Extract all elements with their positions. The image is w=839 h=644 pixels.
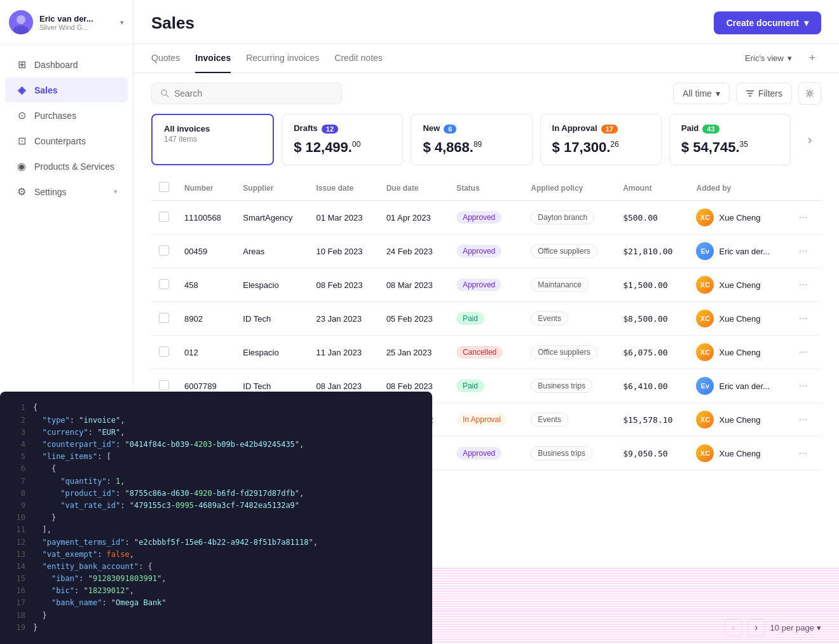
table-row: 458 Elespacio 08 Feb 2023 08 Mar 2023 Ap… [151, 268, 821, 302]
card-header: Drafts 12 [294, 123, 391, 134]
sidebar-item-settings[interactable]: ⚙ Settings ▾ [5, 179, 128, 204]
page-header: Sales Create document ▾ [133, 0, 839, 44]
row-checkbox[interactable] [159, 245, 169, 256]
col-amount: Amount [615, 175, 688, 201]
sidebar-item-products-services[interactable]: ◉ Products & Services [5, 154, 128, 179]
row-more-button[interactable]: ··· [796, 243, 810, 259]
sidebar-item-label: Sales [34, 85, 58, 95]
row-more-button[interactable]: ··· [796, 209, 810, 225]
page-title: Sales [151, 13, 194, 33]
code-line: 18 } [13, 610, 420, 622]
code-line: 13 "vat_exempt": false, [13, 549, 420, 561]
summary-card-paid[interactable]: Paid 43 $ 54,745.35 [669, 114, 791, 165]
avatar: XC [696, 343, 714, 361]
row-checkbox[interactable] [159, 346, 169, 357]
sidebar-item-counterparts[interactable]: ⊡ Counterparts [5, 128, 128, 153]
policy-badge: Maintanance [531, 278, 589, 292]
row-more-button[interactable]: ··· [796, 277, 810, 292]
code-line: 14 "entity_bank_account": { [13, 561, 420, 573]
row-issue-date: 23 Jan 2023 [308, 302, 378, 336]
row-policy: Events [523, 403, 615, 437]
create-document-button[interactable]: Create document ▾ [714, 11, 821, 34]
row-status: Cancelled [449, 336, 523, 369]
row-status: Approved [449, 201, 523, 235]
row-more-button[interactable]: ··· [796, 310, 810, 326]
code-line: 12 "payment_terms_id": "e2cbbbf5f-15e6-4… [13, 537, 420, 549]
status-badge: Approved [456, 245, 501, 257]
row-more-button[interactable]: ··· [796, 378, 810, 394]
row-policy: Office suppliers [523, 235, 615, 268]
row-checkbox[interactable] [159, 313, 169, 323]
code-line: 10 } [13, 512, 420, 524]
row-due-date: 08 Mar 2023 [379, 268, 449, 302]
row-amount: $21,810.00 [615, 235, 688, 268]
row-checkbox[interactable] [159, 279, 169, 289]
summary-card-drafts[interactable]: Drafts 12 $ 12,499.00 [282, 114, 403, 165]
view-chevron-icon: ▾ [788, 53, 792, 63]
row-checkbox-cell [151, 336, 177, 369]
select-all-checkbox[interactable] [159, 182, 169, 192]
table-header: Number Supplier Issue date Due date Stat… [151, 175, 821, 201]
summary-card-new[interactable]: New 6 $ 4,868.89 [411, 114, 532, 165]
row-actions: ··· [789, 302, 821, 336]
user-name: Eric van der... [719, 381, 769, 391]
sidebar-item-dashboard[interactable]: ⊞ Dashboard [5, 52, 128, 77]
avatar: XC [696, 411, 714, 428]
user-name: Xue Cheng [719, 280, 760, 290]
col-added-by: Added by [688, 175, 788, 201]
row-more-button[interactable]: ··· [796, 445, 810, 461]
row-supplier: Elespacio [235, 336, 308, 369]
summary-card-in-approval[interactable]: In Approval 17 $ 17,300.26 [540, 114, 662, 165]
code-line: 8 "product_id": "8755c86a-d630-4920-b6fd… [13, 488, 420, 500]
toolbar: All time ▾ Filters [133, 73, 839, 114]
row-supplier: SmartAgency [235, 201, 308, 235]
status-badge: Approved [456, 211, 501, 224]
user-menu[interactable]: Eric van der... Silver Wind G... ▾ [0, 0, 133, 45]
col-due-date: Due date [379, 175, 449, 201]
row-more-button[interactable]: ··· [796, 344, 810, 360]
row-number: 458 [177, 268, 235, 302]
time-filter-button[interactable]: All time ▾ [673, 83, 730, 104]
row-status: Approved [449, 268, 523, 302]
status-badge: In Approval [456, 413, 507, 426]
filters-button[interactable]: Filters [736, 83, 792, 104]
code-line: 5 "line_items": [ [13, 451, 420, 463]
more-cards-button[interactable]: › [798, 114, 821, 165]
policy-badge: Events [531, 413, 568, 427]
row-checkbox-cell [151, 201, 177, 235]
code-line: 4 "counterpart_id": "0414f84c-b039-4203-… [13, 439, 420, 451]
row-actions: ··· [789, 235, 821, 268]
search-box[interactable] [151, 83, 342, 104]
code-line: 9 "vat_rate_id": "479155c3-0995-4689a3cf… [13, 500, 420, 512]
tab-invoices[interactable]: Invoices [195, 44, 231, 73]
row-added-by: XC Xue Cheng [688, 268, 788, 302]
table-row: 11100568 SmartAgency 01 Mar 2023 01 Apr … [151, 201, 821, 235]
row-more-button[interactable]: ··· [796, 411, 810, 427]
sidebar-item-sales[interactable]: ◈ Sales [5, 78, 128, 102]
time-chevron-icon: ▾ [716, 88, 720, 99]
tab-recurring-invoices[interactable]: Recurring invoices [246, 44, 319, 73]
row-due-date: 01 Apr 2023 [379, 201, 449, 235]
add-view-button[interactable]: + [803, 50, 821, 67]
row-checkbox[interactable] [159, 212, 169, 222]
table-row: 8902 ID Tech 23 Jan 2023 05 Feb 2023 Pai… [151, 302, 821, 336]
summary-cards: All invoices 147 items Drafts 12 $ 12,49… [133, 114, 839, 175]
view-selector[interactable]: Eric's view ▾ [739, 50, 798, 67]
tab-credit-notes[interactable]: Credit notes [334, 44, 382, 73]
row-checkbox[interactable] [159, 380, 169, 390]
card-title: All invoices [164, 124, 261, 134]
sidebar-item-purchases[interactable]: ⊙ Purchases [5, 103, 128, 128]
policy-badge: Dayton branch [531, 210, 594, 224]
policy-badge: Office suppliers [531, 244, 597, 258]
summary-card-all[interactable]: All invoices 147 items [151, 114, 274, 165]
row-status: Paid [449, 302, 523, 336]
sidebar-item-label: Products & Services [34, 161, 114, 172]
column-settings-button[interactable] [798, 82, 821, 105]
table-row: 00459 Areas 10 Feb 2023 24 Feb 2023 Appr… [151, 235, 821, 268]
user-name: Xue Cheng [719, 348, 760, 357]
tab-quotes[interactable]: Quotes [151, 44, 180, 73]
status-badge: Approved [456, 278, 501, 291]
row-policy: Events [523, 302, 615, 336]
search-input[interactable] [174, 88, 332, 99]
col-actions [789, 175, 821, 201]
